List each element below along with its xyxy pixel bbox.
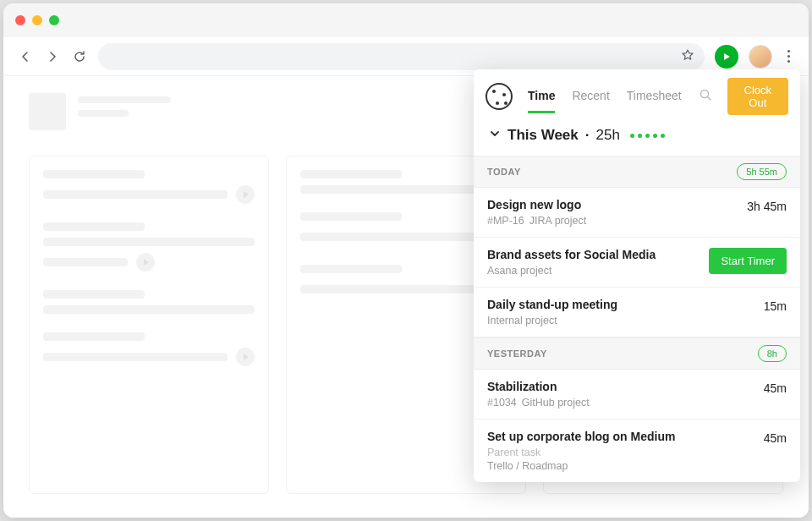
time-entry[interactable]: Stabilization#1034GitHub project45m	[474, 370, 800, 420]
tab-timesheet[interactable]: Timesheet	[627, 80, 682, 113]
week-summary-row[interactable]: This Week · 25h	[474, 115, 800, 156]
section-time-badge: 5h 55m	[737, 163, 787, 180]
minimize-window-button[interactable]	[32, 15, 42, 25]
entry-duration: 45m	[764, 381, 787, 395]
time-entry[interactable]: Brand assets for Social MediaAsana proje…	[474, 238, 800, 288]
week-activity-dots	[630, 134, 665, 138]
section-header: TODAY5h 55m	[474, 156, 800, 188]
browser-menu-button[interactable]	[782, 50, 795, 63]
tab-time[interactable]: Time	[528, 80, 555, 113]
entry-project: Trello / Roadmap	[487, 460, 568, 472]
entry-duration: 3h 45m	[747, 200, 787, 213]
svg-point-0	[700, 90, 708, 98]
panel-tabs: Time Recent Timesheet	[528, 80, 712, 113]
entry-tag: #1034	[487, 397, 517, 409]
extension-play-button[interactable]	[715, 45, 738, 69]
forward-button[interactable]	[44, 48, 61, 65]
entry-duration: 15m	[764, 299, 787, 313]
traffic-lights	[15, 15, 59, 25]
week-label: This Week	[508, 127, 579, 144]
browser-window: Time Recent Timesheet Clock Out This Wee…	[3, 3, 809, 518]
week-separator: ·	[585, 127, 590, 144]
section-label: TODAY	[487, 167, 521, 177]
close-window-button[interactable]	[15, 15, 25, 25]
week-hours: 25h	[596, 127, 620, 144]
entry-title: Brand assets for Social Media	[487, 248, 709, 261]
time-entry[interactable]: Set up corporate blog on MediumParent ta…	[474, 420, 800, 482]
time-entry[interactable]: Daily stand-up meetingInternal project15…	[474, 288, 800, 337]
entry-tag: #MP-16	[487, 215, 524, 227]
app-logo-icon	[486, 83, 513, 110]
entry-title: Set up corporate blog on Medium	[487, 430, 764, 443]
back-button[interactable]	[17, 48, 34, 65]
window-titlebar	[3, 3, 809, 37]
entry-project: GitHub project	[522, 397, 590, 409]
entry-title: Design new logo	[487, 198, 747, 211]
time-entry[interactable]: Design new logo#MP-16JIRA project3h 45m	[474, 188, 800, 238]
time-tracker-panel: Time Recent Timesheet Clock Out This Wee…	[474, 69, 800, 482]
entry-parent-task: Parent task	[487, 447, 764, 458]
entry-project: JIRA project	[529, 215, 586, 227]
profile-avatar[interactable]	[749, 45, 772, 69]
section-header: YESTERDAY8h	[474, 337, 800, 370]
clock-out-button[interactable]: Clock Out	[727, 78, 788, 115]
entry-duration: 45m	[764, 431, 787, 445]
entry-title: Stabilization	[487, 380, 764, 393]
address-bar[interactable]	[98, 43, 705, 70]
panel-header: Time Recent Timesheet Clock Out	[474, 69, 800, 115]
maximize-window-button[interactable]	[49, 15, 59, 25]
entry-title: Daily stand-up meeting	[487, 298, 764, 311]
reload-button[interactable]	[71, 48, 88, 65]
tab-recent[interactable]: Recent	[572, 80, 609, 113]
bookmark-star-icon[interactable]	[681, 48, 694, 65]
entry-project: Asana project	[487, 265, 551, 277]
entry-project: Internal project	[487, 315, 557, 326]
section-time-badge: 8h	[758, 345, 787, 362]
section-label: YESTERDAY	[487, 348, 547, 359]
chevron-down-icon	[489, 128, 501, 143]
start-timer-button[interactable]: Start Timer	[709, 248, 787, 274]
search-icon[interactable]	[699, 88, 712, 105]
